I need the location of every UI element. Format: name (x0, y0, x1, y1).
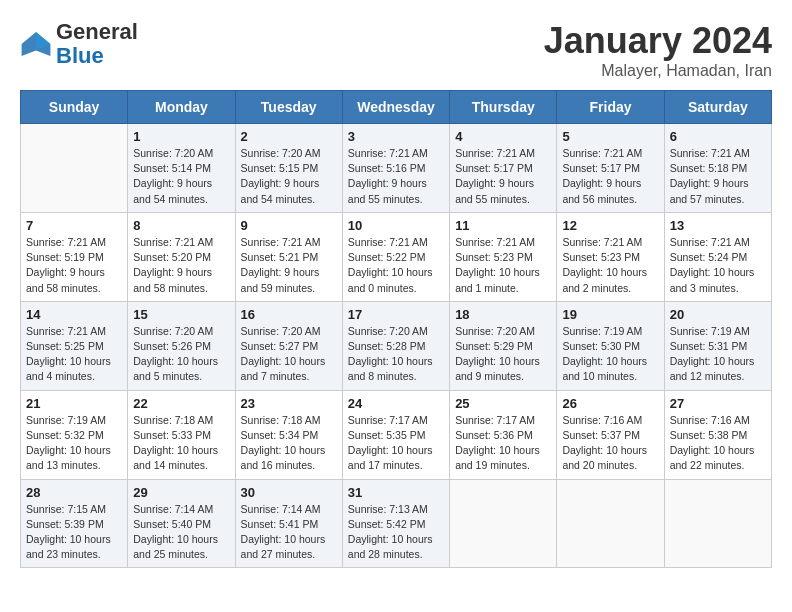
day-of-week-header: Tuesday (235, 91, 342, 124)
calendar-day-cell (557, 479, 664, 568)
day-info: Sunrise: 7:20 AM Sunset: 5:27 PM Dayligh… (241, 324, 337, 385)
day-info: Sunrise: 7:17 AM Sunset: 5:36 PM Dayligh… (455, 413, 551, 474)
location-subtitle: Malayer, Hamadan, Iran (544, 62, 772, 80)
calendar-day-cell: 18Sunrise: 7:20 AM Sunset: 5:29 PM Dayli… (450, 301, 557, 390)
calendar-day-cell: 28Sunrise: 7:15 AM Sunset: 5:39 PM Dayli… (21, 479, 128, 568)
calendar-day-cell: 2Sunrise: 7:20 AM Sunset: 5:15 PM Daylig… (235, 124, 342, 213)
day-number: 11 (455, 218, 551, 233)
day-number: 9 (241, 218, 337, 233)
title-block: January 2024 Malayer, Hamadan, Iran (544, 20, 772, 80)
day-number: 19 (562, 307, 658, 322)
day-number: 14 (26, 307, 122, 322)
month-title: January 2024 (544, 20, 772, 62)
calendar-day-cell: 3Sunrise: 7:21 AM Sunset: 5:16 PM Daylig… (342, 124, 449, 213)
day-number: 17 (348, 307, 444, 322)
day-number: 30 (241, 485, 337, 500)
day-info: Sunrise: 7:21 AM Sunset: 5:19 PM Dayligh… (26, 235, 122, 296)
calendar-day-cell: 31Sunrise: 7:13 AM Sunset: 5:42 PM Dayli… (342, 479, 449, 568)
day-info: Sunrise: 7:13 AM Sunset: 5:42 PM Dayligh… (348, 502, 444, 563)
day-info: Sunrise: 7:16 AM Sunset: 5:37 PM Dayligh… (562, 413, 658, 474)
day-number: 16 (241, 307, 337, 322)
logo-icon (20, 28, 52, 60)
page-header: General Blue January 2024 Malayer, Hamad… (20, 20, 772, 80)
calendar-day-cell: 5Sunrise: 7:21 AM Sunset: 5:17 PM Daylig… (557, 124, 664, 213)
days-of-week-row: SundayMondayTuesdayWednesdayThursdayFrid… (21, 91, 772, 124)
day-of-week-header: Friday (557, 91, 664, 124)
day-number: 5 (562, 129, 658, 144)
day-number: 12 (562, 218, 658, 233)
calendar-day-cell: 10Sunrise: 7:21 AM Sunset: 5:22 PM Dayli… (342, 212, 449, 301)
day-info: Sunrise: 7:14 AM Sunset: 5:40 PM Dayligh… (133, 502, 229, 563)
calendar-day-cell: 4Sunrise: 7:21 AM Sunset: 5:17 PM Daylig… (450, 124, 557, 213)
day-number: 15 (133, 307, 229, 322)
calendar-day-cell: 15Sunrise: 7:20 AM Sunset: 5:26 PM Dayli… (128, 301, 235, 390)
day-number: 27 (670, 396, 766, 411)
day-of-week-header: Monday (128, 91, 235, 124)
day-number: 6 (670, 129, 766, 144)
calendar-day-cell: 29Sunrise: 7:14 AM Sunset: 5:40 PM Dayli… (128, 479, 235, 568)
day-info: Sunrise: 7:14 AM Sunset: 5:41 PM Dayligh… (241, 502, 337, 563)
day-info: Sunrise: 7:18 AM Sunset: 5:34 PM Dayligh… (241, 413, 337, 474)
day-number: 2 (241, 129, 337, 144)
calendar-week-row: 7Sunrise: 7:21 AM Sunset: 5:19 PM Daylig… (21, 212, 772, 301)
calendar-day-cell (21, 124, 128, 213)
calendar-day-cell: 12Sunrise: 7:21 AM Sunset: 5:23 PM Dayli… (557, 212, 664, 301)
day-info: Sunrise: 7:21 AM Sunset: 5:24 PM Dayligh… (670, 235, 766, 296)
calendar-day-cell: 13Sunrise: 7:21 AM Sunset: 5:24 PM Dayli… (664, 212, 771, 301)
day-number: 28 (26, 485, 122, 500)
day-number: 18 (455, 307, 551, 322)
day-number: 3 (348, 129, 444, 144)
day-number: 8 (133, 218, 229, 233)
calendar-day-cell: 25Sunrise: 7:17 AM Sunset: 5:36 PM Dayli… (450, 390, 557, 479)
calendar-day-cell: 20Sunrise: 7:19 AM Sunset: 5:31 PM Dayli… (664, 301, 771, 390)
day-number: 20 (670, 307, 766, 322)
calendar-week-row: 28Sunrise: 7:15 AM Sunset: 5:39 PM Dayli… (21, 479, 772, 568)
day-info: Sunrise: 7:19 AM Sunset: 5:30 PM Dayligh… (562, 324, 658, 385)
day-number: 4 (455, 129, 551, 144)
day-number: 10 (348, 218, 444, 233)
day-info: Sunrise: 7:21 AM Sunset: 5:16 PM Dayligh… (348, 146, 444, 207)
calendar-day-cell: 27Sunrise: 7:16 AM Sunset: 5:38 PM Dayli… (664, 390, 771, 479)
calendar-day-cell: 26Sunrise: 7:16 AM Sunset: 5:37 PM Dayli… (557, 390, 664, 479)
calendar-day-cell: 7Sunrise: 7:21 AM Sunset: 5:19 PM Daylig… (21, 212, 128, 301)
day-number: 29 (133, 485, 229, 500)
calendar-day-cell: 30Sunrise: 7:14 AM Sunset: 5:41 PM Dayli… (235, 479, 342, 568)
day-info: Sunrise: 7:20 AM Sunset: 5:14 PM Dayligh… (133, 146, 229, 207)
calendar-week-row: 14Sunrise: 7:21 AM Sunset: 5:25 PM Dayli… (21, 301, 772, 390)
day-info: Sunrise: 7:21 AM Sunset: 5:22 PM Dayligh… (348, 235, 444, 296)
day-number: 25 (455, 396, 551, 411)
day-info: Sunrise: 7:16 AM Sunset: 5:38 PM Dayligh… (670, 413, 766, 474)
day-of-week-header: Thursday (450, 91, 557, 124)
calendar-header: SundayMondayTuesdayWednesdayThursdayFrid… (21, 91, 772, 124)
calendar-day-cell: 22Sunrise: 7:18 AM Sunset: 5:33 PM Dayli… (128, 390, 235, 479)
day-info: Sunrise: 7:18 AM Sunset: 5:33 PM Dayligh… (133, 413, 229, 474)
calendar-day-cell: 17Sunrise: 7:20 AM Sunset: 5:28 PM Dayli… (342, 301, 449, 390)
day-info: Sunrise: 7:21 AM Sunset: 5:17 PM Dayligh… (455, 146, 551, 207)
day-info: Sunrise: 7:21 AM Sunset: 5:23 PM Dayligh… (562, 235, 658, 296)
logo-blue: Blue (56, 43, 104, 68)
day-info: Sunrise: 7:20 AM Sunset: 5:15 PM Dayligh… (241, 146, 337, 207)
calendar-day-cell: 6Sunrise: 7:21 AM Sunset: 5:18 PM Daylig… (664, 124, 771, 213)
calendar-day-cell: 9Sunrise: 7:21 AM Sunset: 5:21 PM Daylig… (235, 212, 342, 301)
calendar-day-cell: 11Sunrise: 7:21 AM Sunset: 5:23 PM Dayli… (450, 212, 557, 301)
day-info: Sunrise: 7:21 AM Sunset: 5:25 PM Dayligh… (26, 324, 122, 385)
calendar-day-cell (450, 479, 557, 568)
day-of-week-header: Wednesday (342, 91, 449, 124)
day-info: Sunrise: 7:19 AM Sunset: 5:31 PM Dayligh… (670, 324, 766, 385)
day-info: Sunrise: 7:20 AM Sunset: 5:29 PM Dayligh… (455, 324, 551, 385)
calendar-day-cell: 16Sunrise: 7:20 AM Sunset: 5:27 PM Dayli… (235, 301, 342, 390)
day-info: Sunrise: 7:21 AM Sunset: 5:20 PM Dayligh… (133, 235, 229, 296)
day-number: 26 (562, 396, 658, 411)
calendar-day-cell: 23Sunrise: 7:18 AM Sunset: 5:34 PM Dayli… (235, 390, 342, 479)
calendar-day-cell: 19Sunrise: 7:19 AM Sunset: 5:30 PM Dayli… (557, 301, 664, 390)
day-number: 21 (26, 396, 122, 411)
day-info: Sunrise: 7:19 AM Sunset: 5:32 PM Dayligh… (26, 413, 122, 474)
calendar-day-cell: 14Sunrise: 7:21 AM Sunset: 5:25 PM Dayli… (21, 301, 128, 390)
logo: General Blue (20, 20, 138, 68)
day-number: 22 (133, 396, 229, 411)
calendar-day-cell (664, 479, 771, 568)
day-of-week-header: Sunday (21, 91, 128, 124)
calendar-day-cell: 8Sunrise: 7:21 AM Sunset: 5:20 PM Daylig… (128, 212, 235, 301)
calendar-day-cell: 1Sunrise: 7:20 AM Sunset: 5:14 PM Daylig… (128, 124, 235, 213)
calendar-body: 1Sunrise: 7:20 AM Sunset: 5:14 PM Daylig… (21, 124, 772, 568)
